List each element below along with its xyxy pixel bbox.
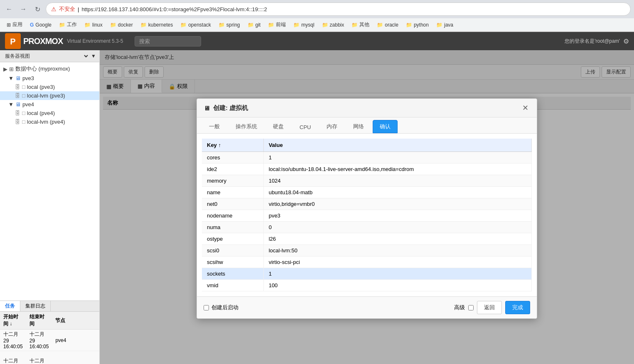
finish-button[interactable]: 完成	[505, 301, 530, 314]
tree-item-local-pve4[interactable]: 🗄 □ local (pve4)	[0, 109, 99, 117]
modal-tab-network[interactable]: 网络	[346, 120, 371, 133]
bullet-icon3: □	[22, 110, 25, 116]
modal-tab-confirm[interactable]: 确认	[373, 120, 398, 133]
refresh-button[interactable]: ↻	[32, 3, 43, 15]
confirm-key-cell: net0	[202, 198, 263, 210]
bookmark-openstack[interactable]: 📁 openstack	[177, 21, 214, 29]
confirm-key-cell: numa	[202, 222, 263, 233]
folder-icon-spring: 📁	[219, 22, 225, 28]
confirm-col-value[interactable]: Value	[263, 139, 531, 152]
bookmark-mysql-label: mysql	[301, 22, 314, 28]
svg-text:P: P	[10, 37, 15, 46]
confirm-key-cell: name	[202, 187, 263, 198]
address-bar[interactable]: ⚠ 不安全 | https://192.168.137.140:8006/#v1…	[46, 2, 631, 16]
folder-icon-java: 📁	[436, 22, 442, 28]
modal-tab-cpu[interactable]: CPU	[292, 121, 318, 133]
tree-item-datacenter[interactable]: ▶ ⊞ 数据中心 (myproxmox)	[0, 64, 99, 74]
bookmark-apps[interactable]: ⊞ 应用	[3, 20, 26, 29]
main-layout: 服务器视图 ▼ ▶ ⊞ 数据中心 (myproxmox) ▼ 🖥 pve3	[0, 50, 634, 364]
datacenter-icon: ▶	[3, 66, 7, 72]
bookmark-docker[interactable]: 📁 docker	[107, 21, 136, 29]
start-after-create-label: 创建后启动	[211, 304, 238, 311]
bookmark-work-label: 工作	[67, 21, 77, 28]
bookmark-spring[interactable]: 📁 spring	[215, 21, 243, 29]
proxmox-logo: P PROXMOX Virtual Environment 5.3-5	[5, 33, 123, 49]
confirm-key-cell: ostype	[202, 233, 263, 245]
bookmark-frontend[interactable]: 📁 前端	[265, 20, 289, 29]
modal-tab-general[interactable]: 一般	[202, 120, 227, 133]
folder-icon-git: 📁	[248, 22, 254, 28]
task-1-end: 十二月 29 16:40:05	[26, 330, 52, 351]
storage-icon-local-lvm-pve4: 🗄	[15, 119, 20, 125]
monitor-icon: 🖥	[204, 105, 210, 112]
bookmark-work[interactable]: 📁 工作	[56, 20, 80, 29]
bookmark-oracle-label: oracle	[385, 22, 398, 28]
bookmark-python[interactable]: 📁 python	[403, 21, 432, 29]
advanced-checkbox[interactable]	[468, 305, 474, 310]
bookmark-java[interactable]: 📁 java	[433, 21, 457, 29]
task-row-1[interactable]: 十二月 29 16:40:05 十二月 29 16:40:05 pve4	[0, 330, 99, 351]
modal-tab-disk[interactable]: 硬盘	[266, 120, 291, 133]
bookmark-linux[interactable]: 📁 linux	[81, 21, 106, 29]
storage-icon-local-pve3: 🗄	[15, 84, 20, 90]
forward-button[interactable]: →	[17, 3, 29, 15]
modal-tab-os[interactable]: 操作系统	[229, 120, 264, 133]
bullet-icon: □	[22, 84, 25, 90]
bottom-tabs: 任务 集群日志	[0, 301, 99, 312]
tree-item-pve3[interactable]: ▼ 🖥 pve3	[0, 74, 99, 83]
folder-icon-oracle: 📁	[377, 22, 383, 28]
start-after-create-checkbox[interactable]: 创建后启动	[204, 304, 238, 311]
top-nav: P PROXMOX Virtual Environment 5.3-5 您的登录…	[0, 32, 634, 50]
start-after-create-input[interactable]	[204, 305, 209, 310]
bookmark-spring-label: spring	[226, 22, 240, 28]
url-separator: |	[78, 6, 79, 12]
modal-footer: 创建后启动 高级 返回 完成	[197, 296, 537, 318]
col-end-time[interactable]: 结束时间	[26, 312, 52, 330]
app-container: P PROXMOX Virtual Environment 5.3-5 您的登录…	[0, 32, 634, 364]
col-node[interactable]: 节点	[52, 312, 69, 330]
confirm-value-cell: 0	[263, 222, 531, 233]
task-row-2[interactable]: 十二月 29 09:03:41 十二月 29 09:03:55 pve3 roo…	[0, 351, 99, 364]
back-button[interactable]: 返回	[477, 301, 502, 314]
modal-tab-memory[interactable]: 内存	[319, 120, 344, 133]
bookmark-kubernetes[interactable]: 📁 kubernetes	[137, 21, 176, 29]
tree-item-local-pve3[interactable]: 🗄 □ local (pve3)	[0, 83, 99, 91]
bookmark-java-label: java	[444, 22, 453, 28]
storage-icon-local-pve4: 🗄	[15, 110, 20, 116]
tree-item-pve4[interactable]: ▼ 🖥 pve4	[0, 100, 99, 109]
server-icon-pve3: 🖥	[15, 75, 21, 81]
modal-close-button[interactable]: ✕	[520, 103, 530, 113]
confirm-row: nodenamepve3	[202, 210, 532, 222]
bottom-panel: 任务 集群日志 开始时间 ↓ 结束时间 节点	[0, 300, 99, 364]
modal-header: 🖥 创建: 虚拟机 ✕	[197, 99, 537, 117]
tree-item-local-lvm-pve3[interactable]: 🗄 □ local-lvm (pve3)	[0, 91, 99, 100]
content-area: 存储'local-lvm'在节点'pve3'上 概要 依复 删除 上传 显示配置…	[100, 50, 634, 364]
settings-icon[interactable]: ⚙	[623, 37, 629, 45]
confirm-value-cell: local-lvm:50	[263, 245, 531, 257]
tab-tasks[interactable]: 任务	[0, 301, 20, 311]
bookmark-google-label: Google	[35, 22, 52, 28]
confirm-col-key[interactable]: Key ↑	[202, 139, 263, 152]
bookmark-oracle[interactable]: 📁 oracle	[374, 21, 402, 29]
bookmark-mysql[interactable]: 📁 mysql	[290, 21, 317, 29]
tree-item-local-lvm-pve4[interactable]: 🗄 □ local-lvm (pve4)	[0, 117, 99, 126]
bookmark-google[interactable]: G Google	[27, 21, 55, 29]
confirm-row: ide2local:iso/ubuntu-18.04.1-live-server…	[202, 164, 532, 175]
pve4-expand-icon: ▼	[8, 101, 14, 107]
folder-icon-frontend: 📁	[268, 22, 274, 28]
local-pve3-label: local (pve3)	[27, 84, 55, 90]
bookmark-git[interactable]: 📁 git	[244, 21, 264, 29]
view-selector[interactable]: 服务器视图	[3, 53, 89, 59]
tab-cluster-log[interactable]: 集群日志	[20, 301, 51, 311]
task-1-col4	[69, 330, 99, 351]
col-start-time[interactable]: 开始时间 ↓	[0, 312, 26, 330]
bookmark-zabbix[interactable]: 📁 zabbix	[319, 21, 348, 29]
bookmark-apps-label: 应用	[12, 21, 22, 28]
url-text: https://192.168.137.140:8006/#v1:0:=stor…	[81, 6, 625, 12]
search-input[interactable]	[135, 36, 201, 46]
task-2-end: 十二月 29 09:03:55	[26, 351, 52, 364]
back-button[interactable]: ←	[3, 3, 15, 15]
confirm-row: cores1	[202, 152, 532, 164]
bookmark-other[interactable]: 📁 其他	[348, 20, 373, 29]
confirm-key-cell: scsihw	[202, 257, 263, 268]
